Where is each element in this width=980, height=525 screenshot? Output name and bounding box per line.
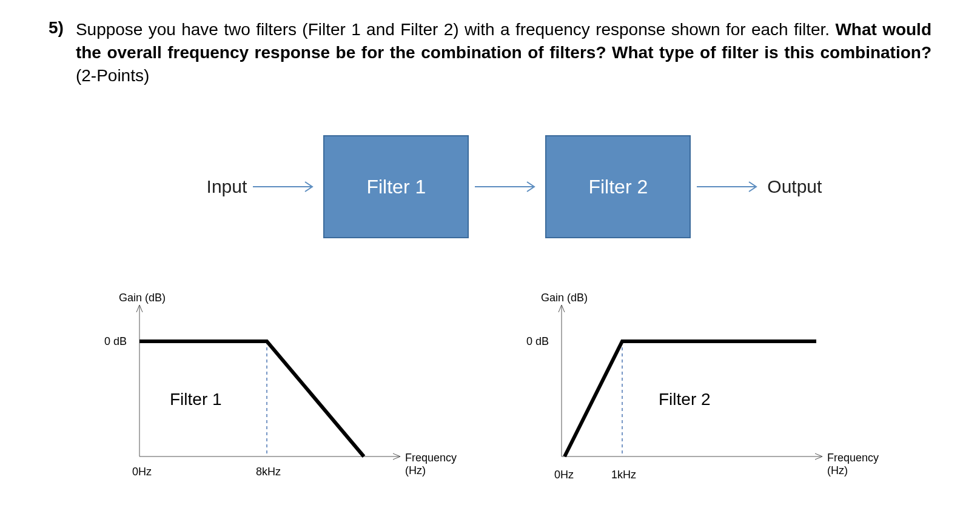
arrow-icon	[696, 179, 762, 194]
output-label: Output	[767, 176, 822, 197]
cutoff-label: 8kHz	[256, 466, 281, 478]
input-label: Input	[207, 176, 247, 197]
x0-label: 0Hz	[132, 466, 152, 478]
plot-title: Filter 2	[659, 390, 711, 409]
ylabel: Gain (dB)	[541, 292, 588, 304]
question-text-points: (2-Points)	[76, 66, 149, 85]
question-block: 5) Suppose you have two filters (Filter …	[49, 18, 931, 87]
xlabel: Frequency (Hz)	[405, 452, 473, 477]
plots-row: Gain (dB) 0 dB Filter 1 0Hz 8kHz Frequen…	[49, 287, 931, 493]
y0-label: 0 dB	[104, 335, 127, 348]
cutoff-label: 1kHz	[611, 469, 636, 481]
filter1-plot: Gain (dB) 0 dB Filter 1 0Hz 8kHz Frequen…	[85, 287, 473, 493]
filter2-box: Filter 2	[545, 135, 691, 238]
plot-title: Filter 1	[170, 390, 222, 409]
arrow-icon	[252, 179, 318, 194]
filter2-plot: Gain (dB) 0 dB Filter 2 0Hz 1kHz Frequen…	[507, 287, 895, 493]
filter1-box: Filter 1	[323, 135, 469, 238]
question-text: Suppose you have two filters (Filter 1 a…	[76, 18, 931, 87]
arrow-icon	[474, 179, 540, 194]
block-diagram: Input Filter 1 Filter 2 Output	[49, 135, 931, 238]
y0-label: 0 dB	[526, 335, 549, 348]
question-text-part1: Suppose you have two filters (Filter 1 a…	[76, 20, 835, 39]
xlabel: Frequency (Hz)	[827, 452, 895, 477]
question-number: 5)	[49, 18, 64, 38]
x0-label: 0Hz	[554, 469, 574, 481]
ylabel: Gain (dB)	[119, 292, 166, 304]
